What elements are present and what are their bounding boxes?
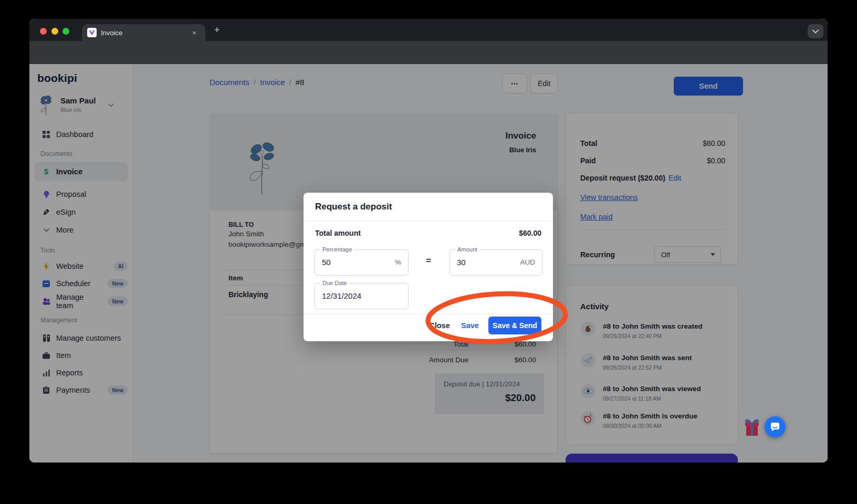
- percentage-input-label: Percentage: [320, 246, 354, 253]
- amount-currency-suffix: AUD: [520, 258, 535, 266]
- equals-sign: =: [423, 256, 434, 266]
- traffic-light-zoom[interactable]: [62, 28, 69, 35]
- modal-total-value: $60.00: [519, 229, 541, 237]
- browser-window: Invoice × + Guest: [29, 19, 828, 463]
- gift-icon[interactable]: [742, 417, 762, 439]
- tab-close-icon[interactable]: ×: [190, 28, 199, 38]
- amount-input-label: Amount: [455, 246, 480, 253]
- due-date-input-value: 12/31/2024: [322, 291, 361, 300]
- tab-title: Invoice: [101, 29, 122, 37]
- bookipi-favicon-icon: [87, 28, 97, 37]
- tab-search-chevron-button[interactable]: [808, 24, 823, 38]
- tab-strip: Invoice × +: [29, 19, 828, 41]
- traffic-light-minimize[interactable]: [51, 28, 58, 35]
- percentage-input-value: 50: [322, 258, 331, 267]
- annotation-highlight-ellipse: [420, 286, 573, 350]
- due-date-input-label: Due Date: [320, 280, 349, 286]
- amount-input[interactable]: Amount 30 AUD: [450, 249, 542, 276]
- modal-total-label: Total amount: [315, 229, 361, 237]
- divider: [304, 220, 553, 221]
- chat-bubble-icon: [770, 422, 780, 432]
- browser-toolbar: Guest: [29, 41, 828, 64]
- percentage-input[interactable]: Percentage 50 %: [315, 249, 409, 276]
- modal-title: Request a deposit: [315, 202, 392, 212]
- new-tab-button[interactable]: +: [211, 24, 223, 36]
- screenshot-canvas: Invoice × + Guest: [0, 0, 857, 504]
- percentage-suffix: %: [395, 258, 401, 266]
- traffic-light-close[interactable]: [40, 28, 47, 35]
- amount-input-value: 30: [457, 258, 466, 267]
- tab-invoice[interactable]: Invoice ×: [82, 24, 205, 41]
- chat-widget-button[interactable]: [765, 416, 786, 437]
- due-date-input[interactable]: Due Date 12/31/2024: [315, 283, 409, 309]
